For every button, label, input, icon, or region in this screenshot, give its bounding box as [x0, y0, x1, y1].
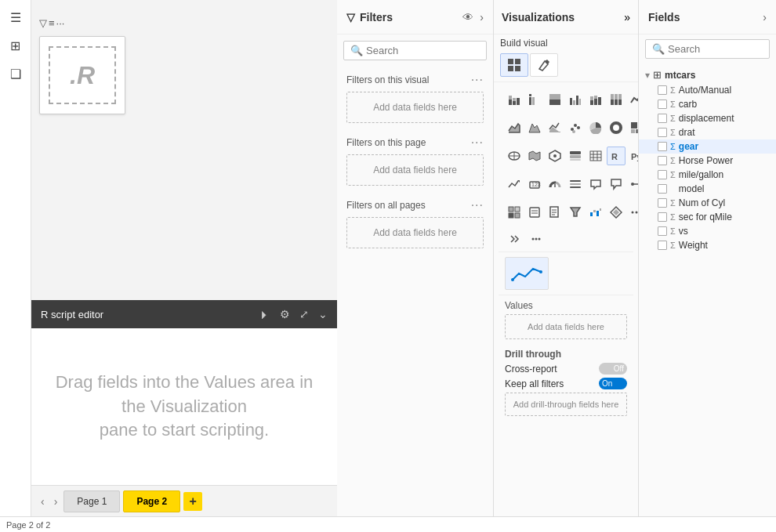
r-script-icon[interactable]: R [607, 147, 626, 165]
fields-search-box[interactable]: 🔍 [645, 39, 770, 59]
stacked-bar-icon[interactable] [505, 90, 524, 109]
funnel-icon[interactable] [566, 203, 585, 222]
pages-icon[interactable]: ☰ [5, 6, 27, 28]
checkbox-secqmile[interactable] [658, 212, 667, 222]
checkbox-numofcyl[interactable] [658, 198, 667, 208]
checkbox-model[interactable] [658, 184, 667, 194]
donut-chart-icon[interactable] [607, 118, 626, 137]
clustered-col-icon[interactable] [566, 90, 585, 109]
checkbox-automanual[interactable] [658, 85, 667, 95]
viz-values-drop[interactable]: Add data fields here [505, 314, 627, 339]
checkbox-carb[interactable] [658, 100, 667, 109]
expand-icon[interactable]: ⤢ [299, 308, 309, 320]
stacked-col-icon[interactable] [586, 90, 605, 109]
viz-expand-icon[interactable]: » [624, 11, 630, 24]
table-icon[interactable] [586, 147, 605, 165]
viz-format-tab[interactable] [530, 53, 558, 77]
checkbox-drat[interactable] [658, 128, 667, 137]
pie-chart-icon[interactable] [586, 118, 605, 137]
fields-item-displacement[interactable]: Σ displacement [639, 111, 776, 125]
fields-item-automanual[interactable]: Σ Auto/Manual [639, 83, 776, 97]
narrative-icon[interactable] [525, 203, 544, 222]
gauge-icon[interactable] [546, 175, 564, 194]
filters-search-icon: 🔍 [350, 45, 363, 56]
layers-icon[interactable]: ❑ [5, 63, 27, 85]
settings-icon[interactable]: ⚙ [280, 308, 290, 320]
viz-dots-icon[interactable] [527, 230, 546, 248]
slicer-icon[interactable] [566, 175, 585, 194]
fields-item-carb[interactable]: Σ carb [639, 97, 776, 111]
ribbon-chart-icon[interactable] [525, 118, 544, 137]
fields-expand-icon[interactable]: › [763, 11, 767, 24]
kpi-icon[interactable] [505, 175, 524, 194]
page-tab-2[interactable]: Page 2 [123, 490, 180, 512]
filters-search-box[interactable]: 🔍 [343, 41, 487, 60]
tab-next-arrow[interactable]: › [51, 492, 61, 511]
collapse-icon[interactable]: ⌄ [318, 308, 328, 320]
map-icon[interactable] [505, 147, 524, 165]
checkbox-gear[interactable] [658, 142, 667, 151]
tab-prev-arrow[interactable]: ‹ [38, 492, 48, 511]
add-page-button[interactable]: + [183, 492, 202, 511]
format-icon[interactable]: ≡ [49, 17, 55, 29]
keep-filters-toggle[interactable]: On [599, 378, 627, 389]
filter-page-drop[interactable]: Add data fields here [346, 154, 484, 186]
fields-item-drat[interactable]: Σ drat [639, 125, 776, 139]
fields-group-header-mtcars[interactable]: ▾ ⊞ mtcars [639, 67, 776, 83]
python-icon[interactable]: Py [627, 147, 638, 165]
checkbox-horsepower[interactable] [658, 156, 667, 165]
scatter-chart-icon[interactable] [566, 118, 585, 137]
filter-icon[interactable]: ▽ [39, 17, 47, 29]
card-icon[interactable]: 123 [525, 175, 544, 194]
100pct-stacked-col-icon[interactable] [607, 90, 626, 109]
100pct-stacked-bar-icon[interactable] [546, 90, 564, 109]
shape-map-icon[interactable] [505, 203, 524, 222]
power-apps-icon[interactable] [607, 203, 626, 222]
qna-icon[interactable] [607, 175, 626, 194]
more-visuals-icon[interactable] [627, 203, 638, 222]
line-area-icon[interactable] [546, 118, 564, 137]
paginated-icon[interactable] [546, 203, 564, 222]
run-icon[interactable]: ⏵ [259, 308, 270, 320]
fields-item-vs[interactable]: Σ vs [639, 224, 776, 238]
fields-item-model[interactable]: Σ model [639, 182, 776, 196]
checkbox-displacement[interactable] [658, 114, 667, 123]
checkbox-weight[interactable] [658, 241, 667, 250]
cross-report-toggle[interactable]: Off [599, 363, 627, 375]
fields-item-numofcyl[interactable]: Σ Num of Cyl [639, 196, 776, 210]
fields-item-secqmile[interactable]: Σ sec for qMile [639, 210, 776, 224]
decomp-tree-icon[interactable] [627, 175, 638, 194]
azuremap-icon[interactable] [546, 147, 564, 165]
filled-map-icon[interactable] [525, 147, 544, 165]
more-icon[interactable]: ··· [56, 17, 65, 29]
filter-section-page-more[interactable]: ··· [471, 136, 484, 150]
filter-all-drop[interactable]: Add data fields here [346, 217, 484, 248]
filters-search-input[interactable] [366, 45, 480, 56]
fields-item-gear[interactable]: Σ gear [639, 139, 776, 154]
visual-card[interactable]: .R [39, 36, 125, 114]
fields-item-milegallom[interactable]: Σ mile/gallon [639, 168, 776, 182]
fields-item-horsepower[interactable]: Σ Horse Power [639, 154, 776, 168]
area-chart-icon[interactable] [505, 118, 524, 137]
waterfall-icon[interactable] [586, 203, 605, 222]
filters-chevron-icon[interactable]: › [480, 11, 484, 24]
multirow-card-icon[interactable] [566, 147, 585, 165]
filter-section-all-more[interactable]: ··· [471, 198, 484, 212]
viz-double-chevron-icon[interactable] [505, 230, 524, 248]
viz-build-visual-tab[interactable] [500, 53, 528, 77]
sigma-carb: Σ [670, 100, 676, 109]
page-tab-1[interactable]: Page 1 [63, 490, 120, 512]
fields-item-weight[interactable]: Σ Weight [639, 238, 776, 252]
filter-visual-drop[interactable]: Add data fields here [346, 92, 484, 123]
filter-section-visual-more[interactable]: ··· [471, 73, 484, 87]
clustered-bar-icon[interactable] [525, 90, 544, 109]
checkbox-vs[interactable] [658, 226, 667, 236]
grid-icon[interactable]: ⊞ [5, 34, 27, 56]
filters-eye-icon[interactable]: 👁 [462, 11, 473, 24]
fields-search-input[interactable] [668, 43, 763, 55]
checkbox-milegallom[interactable] [658, 170, 667, 179]
treemap-icon[interactable] [627, 118, 638, 137]
smart-narrative-icon[interactable] [586, 175, 605, 194]
drill-drop-area[interactable]: Add drill-through fields here [505, 393, 627, 416]
line-chart-icon[interactable] [627, 90, 638, 109]
